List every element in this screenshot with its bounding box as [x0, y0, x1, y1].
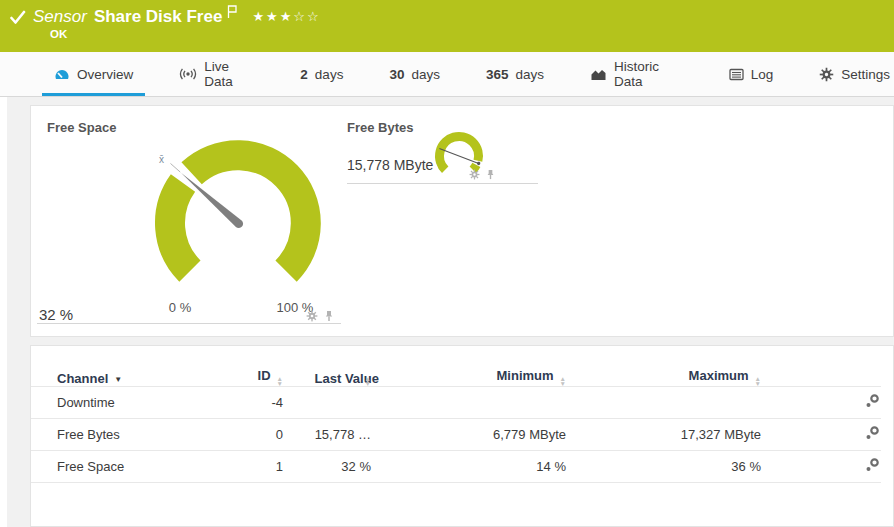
channels-table: Channel▼ ID▲▼ Last Value▲▼ Minimum▲▼ Max… [31, 368, 881, 483]
tab-label: Log [751, 67, 774, 82]
sort-icon: ▲▼ [755, 377, 761, 386]
column-header-maximum[interactable]: Maximum▲▼ [566, 368, 761, 387]
gauge-min-label: 0 % [150, 300, 210, 315]
channel-last-value: 15,778 … [283, 419, 371, 451]
channel-maximum [566, 387, 761, 419]
channel-id: 0 [232, 419, 283, 451]
channel-settings-icon[interactable] [865, 393, 881, 409]
tile-action-icons [469, 169, 496, 180]
area-chart-icon [590, 67, 607, 81]
page-left-edge [0, 52, 7, 527]
column-header-last-value[interactable]: Last Value▲▼ [283, 368, 371, 387]
object-type-label: Sensor [33, 7, 87, 27]
log-list-icon [729, 68, 744, 81]
channels-table-panel: Channel▼ ID▲▼ Last Value▲▼ Minimum▲▼ Max… [30, 345, 894, 527]
sensor-name: Share Disk Free [94, 7, 223, 27]
gauge-title: Free Space [47, 120, 116, 135]
sort-descending-icon: ▼ [114, 375, 122, 384]
gear-icon [819, 67, 834, 82]
tab-2-days[interactable]: 2 days [296, 52, 347, 96]
sensor-status-header: Sensor Share Disk Free ★★★☆☆ OK [0, 0, 894, 52]
channel-minimum [371, 387, 566, 419]
channel-minimum: 6,779 MByte [371, 419, 566, 451]
column-label: Minimum [497, 368, 554, 383]
tab-label: Overview [77, 67, 133, 82]
pin-icon[interactable] [485, 169, 496, 180]
channel-name: Free Space [31, 451, 232, 483]
tab-settings[interactable]: Settings [815, 52, 894, 96]
table-row-free-bytes[interactable]: Free Bytes 0 15,778 … 6,779 MByte 17,327… [31, 419, 881, 451]
average-marker: x̄ [159, 154, 164, 165]
free-space-value: 32 % [39, 306, 73, 323]
table-row-free-space[interactable]: Free Space 1 32 % 14 % 36 % [31, 451, 881, 483]
tab-label: days [515, 67, 544, 82]
tab-label: days [315, 67, 344, 82]
priority-stars[interactable]: ★★★☆☆ [252, 9, 320, 24]
channel-last-value: 32 % [283, 451, 371, 483]
channel-settings-icon[interactable] [865, 457, 881, 473]
tab-live-data[interactable]: Live Data [175, 52, 258, 96]
free-bytes-gauge-tile: Free Bytes 15,778 MByte [347, 114, 538, 184]
status-check-icon [10, 10, 26, 25]
tab-historic-data[interactable]: Historic Data [586, 52, 687, 96]
tab-overview[interactable]: Overview [50, 52, 137, 96]
tab-label: Historic Data [614, 59, 683, 89]
tab-label-number: 30 [389, 67, 404, 82]
channel-name: Downtime [31, 387, 232, 419]
channel-id: 1 [232, 451, 283, 483]
sort-icon: ▲▼ [560, 377, 566, 386]
channel-actions [761, 451, 881, 483]
tab-bar: Overview Live Data 2 days 30 days 365 da… [0, 52, 894, 97]
channel-actions [761, 387, 881, 419]
column-label: Channel [57, 371, 108, 386]
tab-label-number: 365 [486, 67, 509, 82]
tab-label: Settings [841, 67, 890, 82]
free-bytes-value: 15,778 MByte [347, 157, 433, 173]
tile-action-icons [306, 310, 335, 322]
tab-365-days[interactable]: 365 days [482, 52, 548, 96]
free-space-gauge-tile: Free Space x̄ 0 % 100 % 32 % [37, 114, 341, 324]
channel-actions [761, 419, 881, 451]
gauge-title: Free Bytes [347, 120, 413, 135]
table-row-downtime[interactable]: Downtime -4 [31, 387, 881, 419]
channel-maximum: 36 % [566, 451, 761, 483]
broadcast-icon [179, 67, 197, 81]
tab-label: days [411, 67, 440, 82]
channel-last-value [283, 387, 371, 419]
channel-minimum: 14 % [371, 451, 566, 483]
sort-icon: ▲▼ [365, 377, 371, 386]
column-header-channel[interactable]: Channel▼ [31, 368, 232, 387]
tab-log[interactable]: Log [725, 52, 778, 96]
sensor-status-text: OK [50, 28, 67, 40]
tab-label: Live Data [204, 59, 254, 89]
gauge-icon [54, 66, 70, 82]
channel-settings-icon[interactable] [865, 425, 881, 441]
free-space-gauge [143, 128, 333, 288]
channel-gear-icon[interactable] [469, 169, 480, 180]
tab-30-days[interactable]: 30 days [385, 52, 444, 96]
overview-gauges-panel: Free Space x̄ 0 % 100 % 32 % [30, 105, 894, 337]
column-label: ID [258, 368, 271, 383]
pin-icon[interactable] [323, 310, 335, 322]
sort-icon: ▲▼ [277, 377, 283, 386]
table-header-row: Channel▼ ID▲▼ Last Value▲▼ Minimum▲▼ Max… [31, 368, 881, 387]
channel-name: Free Bytes [31, 419, 232, 451]
tab-label-number: 2 [300, 67, 308, 82]
channel-gear-icon[interactable] [306, 310, 318, 322]
channel-maximum: 17,327 MByte [566, 419, 761, 451]
column-header-id[interactable]: ID▲▼ [232, 368, 283, 387]
column-header-actions [761, 368, 881, 387]
sensor-title-row: Sensor Share Disk Free ★★★☆☆ [10, 7, 321, 27]
column-header-minimum[interactable]: Minimum▲▼ [371, 368, 566, 387]
priority-flag-icon[interactable] [227, 5, 238, 19]
column-label: Last Value [315, 371, 359, 386]
column-label: Maximum [689, 368, 749, 383]
channel-id: -4 [232, 387, 283, 419]
